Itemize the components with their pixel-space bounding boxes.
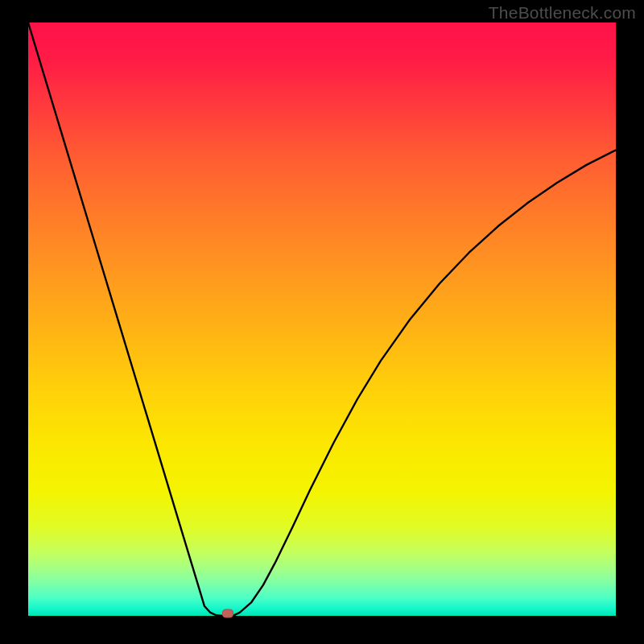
plot-area [28, 23, 616, 616]
curve-left-branch [28, 23, 228, 616]
watermark-text: TheBottleneck.com [489, 3, 636, 23]
minimum-marker-icon [222, 609, 233, 618]
bottleneck-curve-svg [28, 23, 616, 616]
curve-right-branch [228, 150, 616, 616]
chart-stage: TheBottleneck.com [0, 0, 644, 644]
